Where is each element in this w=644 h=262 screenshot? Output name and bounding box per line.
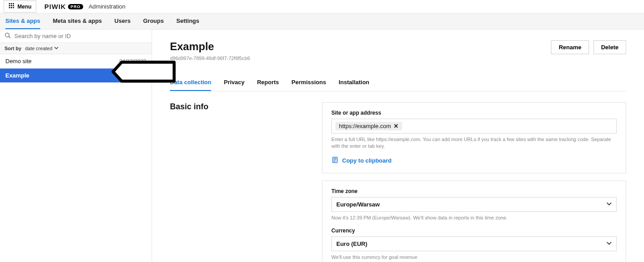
address-help: Enter a full URL like https://example.co… <box>331 136 617 150</box>
chip-remove-icon[interactable]: ✕ <box>394 123 398 129</box>
chevron-down-icon <box>54 46 59 51</box>
rename-button[interactable]: Rename <box>551 40 589 54</box>
sort-value: date created <box>25 46 52 51</box>
svg-rect-2 <box>13 3 14 4</box>
tab-reports[interactable]: Reports <box>257 74 279 91</box>
sort-label: Sort by <box>4 46 21 51</box>
svg-rect-5 <box>13 5 14 6</box>
menu-button[interactable]: Menu <box>4 0 36 13</box>
list-item-name: Demo site <box>5 58 32 64</box>
currency-select[interactable]: Euro (EUR) <box>331 236 617 251</box>
address-input[interactable]: https://example.com ✕ <box>331 119 617 133</box>
tab-settings[interactable]: Settings <box>176 13 199 29</box>
svg-rect-6 <box>9 7 10 9</box>
chevron-down-icon <box>606 201 612 208</box>
timezone-select[interactable]: Europe/Warsaw <box>331 197 617 212</box>
brand-logo: PIWIK PRO <box>44 3 83 10</box>
copy-label: Copy to clipboard <box>342 157 392 164</box>
address-chip: https://example.com ✕ <box>335 122 402 130</box>
annotation-arrow <box>111 60 178 84</box>
sort-row: Sort by date created <box>0 43 152 54</box>
topbar: Menu PIWIK PRO Administration <box>0 0 644 13</box>
tab-privacy[interactable]: Privacy <box>224 74 244 91</box>
timezone-value: Europe/Warsaw <box>336 201 380 208</box>
site-title: Example <box>170 40 250 53</box>
tab-groups[interactable]: Groups <box>143 13 164 29</box>
menu-label: Menu <box>17 4 31 10</box>
header-actions: Rename Delete <box>551 40 626 54</box>
currency-label: Currency <box>331 228 617 234</box>
site-id: d96d997e-7899-49df-96f7-72f8f5cb6 <box>170 56 250 61</box>
tab-users[interactable]: Users <box>114 13 131 29</box>
search-wrap <box>0 30 152 43</box>
copy-to-clipboard-button[interactable]: Copy to clipboard <box>331 156 617 165</box>
search-icon <box>4 32 11 40</box>
svg-rect-4 <box>11 5 12 6</box>
currency-help: We'll use this currency for goal revenue <box>331 254 617 261</box>
address-chip-text: https://example.com <box>339 123 391 129</box>
tab-sites-apps[interactable]: Sites & apps <box>5 13 40 29</box>
address-panel: Site or app address https://example.com … <box>322 102 626 173</box>
sort-dropdown[interactable]: date created <box>25 46 59 51</box>
svg-rect-7 <box>11 7 12 9</box>
svg-line-10 <box>9 37 11 39</box>
chevron-down-icon <box>606 241 612 247</box>
brand-badge: PRO <box>68 4 84 9</box>
currency-value: Euro (EUR) <box>336 241 367 247</box>
admin-label: Administration <box>89 3 125 10</box>
svg-rect-0 <box>9 3 10 4</box>
tab-meta-sites[interactable]: Meta sites & apps <box>53 13 102 29</box>
delete-button[interactable]: Delete <box>593 40 626 54</box>
search-input[interactable] <box>14 33 147 39</box>
section-title: Basic info <box>170 102 304 262</box>
svg-point-9 <box>5 33 9 37</box>
svg-rect-8 <box>13 7 14 9</box>
svg-rect-1 <box>11 3 12 4</box>
grid-icon <box>8 3 15 10</box>
content-tabs: Data collection Privacy Reports Permissi… <box>170 74 626 91</box>
tab-installation[interactable]: Installation <box>339 74 369 91</box>
timezone-currency-panel: Time zone Europe/Warsaw Now it's 12:39 P… <box>322 180 626 262</box>
content: Example d96d997e-7899-49df-96f7-72f8f5cb… <box>152 30 644 262</box>
main-tabs: Sites & apps Meta sites & apps Users Gro… <box>0 13 644 30</box>
timezone-help: Now it's 12:39 PM (Europe/Warsaw). We'll… <box>331 215 617 221</box>
svg-rect-3 <box>9 5 10 6</box>
site-header: Example d96d997e-7899-49df-96f7-72f8f5cb… <box>170 40 626 61</box>
basic-info-section: Basic info Site or app address https://e… <box>170 102 626 262</box>
brand-prefix: PIWIK <box>44 3 66 10</box>
clipboard-icon <box>331 156 339 165</box>
timezone-label: Time zone <box>331 188 617 194</box>
list-item-name: Example <box>5 72 29 79</box>
address-label: Site or app address <box>331 110 617 116</box>
tab-permissions[interactable]: Permissions <box>292 74 326 91</box>
